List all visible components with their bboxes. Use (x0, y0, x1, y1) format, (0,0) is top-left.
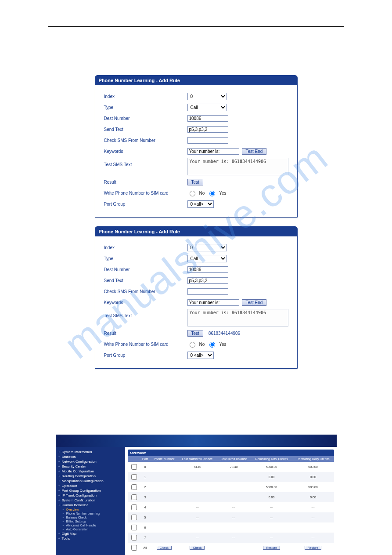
port-cell: 1 (140, 472, 151, 482)
sidebar-item[interactable]: Mobile Configuration (58, 469, 123, 474)
rtc-cell: 5000.00 (251, 482, 292, 492)
table-header: Calculated Balance (217, 456, 251, 462)
sidebar-subitem[interactable]: Auto Generation (58, 527, 123, 531)
index-label: Index (104, 94, 187, 99)
row-checkbox[interactable] (131, 535, 137, 540)
cb-cell (217, 492, 251, 502)
row-checkbox[interactable] (131, 504, 137, 510)
writesim-no-radio[interactable] (190, 191, 195, 196)
panel-title: Phone Number Learning - Add Rule (95, 76, 297, 85)
lmb-cell: --- (178, 512, 216, 522)
sidebar-item[interactable]: Digit Map (58, 531, 123, 536)
cb-cell: 73.40 (217, 462, 251, 472)
rtc-cell: 0.00 (251, 472, 292, 482)
table-row: 6------------ (128, 522, 334, 533)
table-header: Phone Number (150, 456, 178, 462)
sidebar-item[interactable]: Statistics (58, 454, 123, 459)
port-cell: 5 (140, 512, 151, 522)
port-cell: 4 (140, 502, 151, 512)
sidebar-item[interactable]: Manipulation Configuration (58, 479, 123, 483)
port-cell: 3 (140, 492, 151, 502)
sidebar-item[interactable]: Port Group Configuration (58, 488, 123, 493)
testend-button[interactable]: Test End (242, 299, 267, 306)
sidebar-item[interactable]: Operation (58, 483, 123, 488)
rdc-cell: 500.00 (292, 462, 334, 472)
testtext-textarea[interactable]: Your number is: 8618344144906 (187, 158, 288, 175)
sidebar-subitem[interactable]: Overview (58, 508, 123, 511)
rdc-cell: 500.00 (292, 482, 334, 492)
rdc-cell: --- (292, 512, 334, 522)
lmb-cell (178, 482, 216, 492)
checksms-input[interactable] (187, 137, 228, 144)
type-select[interactable]: Call (187, 104, 227, 111)
row-checkbox[interactable] (131, 464, 137, 470)
all-checkbox[interactable] (131, 545, 137, 551)
lmb-cell: --- (178, 522, 216, 533)
row-checkbox[interactable] (131, 525, 137, 530)
sendtext-input[interactable] (187, 277, 228, 284)
sidebar-item[interactable]: Security Center (58, 464, 123, 469)
test-button[interactable]: Test (187, 330, 203, 337)
table-row: 10.000.00 (128, 472, 334, 482)
restore-button[interactable]: Restore (305, 546, 322, 550)
checksms-input[interactable] (187, 288, 228, 295)
sidebar-item[interactable]: Tools (58, 536, 123, 541)
rdc-cell: --- (292, 502, 334, 512)
add-rule-panel-2: Phone Number Learning - Add Rule Index 0… (95, 226, 298, 369)
overview-table: PortPhone NumberLast Matched BalanceCalc… (128, 456, 334, 553)
keywords-input[interactable] (187, 299, 239, 306)
writesim-yes-radio[interactable] (209, 191, 215, 196)
row-checkbox[interactable] (131, 474, 137, 480)
cb-cell: --- (217, 502, 251, 512)
restore-button[interactable]: Restore (263, 546, 280, 550)
phone-cell (150, 472, 178, 482)
sidebar-item[interactable]: System Configuration (58, 498, 123, 503)
portgroup-label: Port Group (104, 202, 187, 207)
yes-label: Yes (219, 191, 226, 196)
writesim-no-radio[interactable] (190, 342, 195, 348)
check-button[interactable]: Check (157, 546, 172, 550)
testend-button[interactable]: Test End (242, 148, 267, 155)
lmb-cell: --- (178, 533, 216, 543)
sendtext-input[interactable] (187, 126, 228, 133)
overview-screenshot: System InformationStatisticsNetwork Conf… (56, 447, 337, 555)
keywords-input[interactable] (187, 148, 239, 155)
portgroup-select[interactable]: 0 <all> (187, 352, 214, 359)
sidebar-item[interactable]: Routing Configuration (58, 474, 123, 479)
index-select[interactable]: 0 (187, 244, 227, 251)
port-cell: 0 (140, 462, 151, 472)
phone-cell (150, 512, 178, 522)
sidebar-subitem[interactable]: Phone Number Learning (58, 511, 123, 515)
index-select[interactable]: 0 (187, 93, 227, 100)
dest-input[interactable] (187, 266, 228, 273)
sidebar-item[interactable]: IP Trunk Configuration (58, 493, 123, 498)
type-select[interactable]: Call (187, 255, 227, 262)
port-cell: 6 (140, 522, 151, 533)
cb-cell: --- (217, 512, 251, 522)
sidebar-item[interactable]: Human Behavior (58, 503, 123, 508)
dest-input[interactable] (187, 115, 228, 122)
panel-title: Phone Number Learning - Add Rule (95, 227, 297, 236)
no-label: No (199, 342, 205, 347)
check-button[interactable]: Check (190, 546, 205, 550)
lmb-cell (178, 472, 216, 482)
top-banner (56, 435, 337, 447)
row-checkbox[interactable] (131, 494, 137, 500)
portgroup-select[interactable]: 0 <all> (187, 200, 214, 208)
result-label: Result (104, 180, 187, 185)
rtc-cell: --- (251, 512, 292, 522)
writesim-yes-radio[interactable] (209, 342, 215, 348)
add-rule-panel-1: Phone Number Learning - Add Rule Index 0… (95, 75, 298, 218)
sidebar-item[interactable]: Network Configuration (58, 459, 123, 464)
sendtext-label: Send Text (104, 278, 187, 283)
sidebar-subitem[interactable]: Abnormal Call Handle (58, 523, 123, 527)
test-button[interactable]: Test (187, 179, 203, 185)
sidebar-subitem[interactable]: Balance Check (58, 515, 123, 519)
sidebar-subitem[interactable]: Billing Settings (58, 519, 123, 523)
row-checkbox[interactable] (131, 484, 137, 490)
keywords-label: Keywords (104, 300, 187, 305)
testtext-textarea[interactable]: Your number is: 8618344144906 (187, 309, 288, 326)
sidebar-item[interactable]: System Information (58, 450, 123, 454)
row-checkbox[interactable] (131, 515, 137, 520)
writesim-label: Write Phone Number to SIM card (104, 191, 187, 196)
